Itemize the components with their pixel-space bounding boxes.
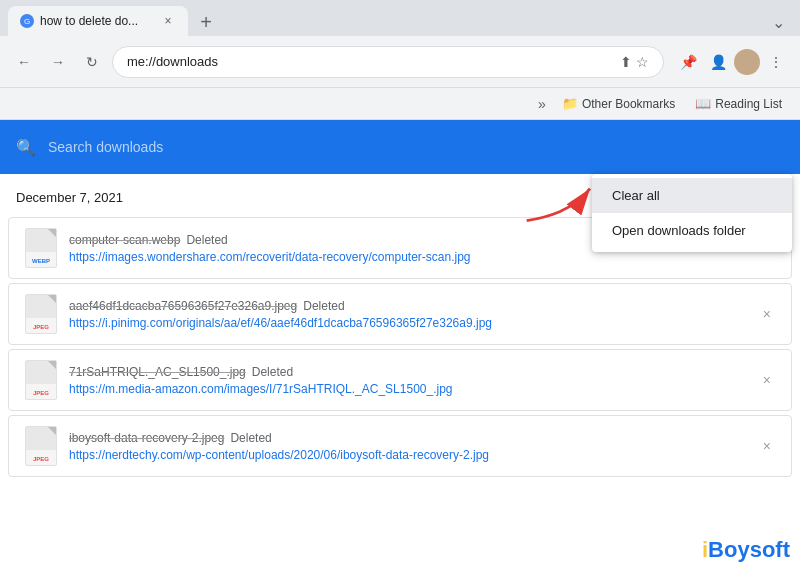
star-icon[interactable]: ☆ xyxy=(636,54,649,70)
reload-button[interactable]: ↻ xyxy=(78,48,106,76)
file-url[interactable]: https://images.wondershare.com/recoverit… xyxy=(69,250,519,264)
tab-close-button[interactable]: × xyxy=(160,13,176,29)
tab-favicon: G xyxy=(20,14,34,28)
file-icon-webp: WEBP xyxy=(25,228,57,268)
browser-frame: G how to delete do... × + ⌄ ← → ↻ me://d… xyxy=(0,0,800,573)
clear-all-menu-item[interactable]: Clear all xyxy=(592,178,792,213)
menu-icon[interactable]: ⋮ xyxy=(762,48,790,76)
file-name-row: iboysoft-data-recovery-2.jpeg Deleted xyxy=(69,431,747,445)
address-bar: ← → ↻ me://downloads ⬆ ☆ 📌 👤 ⋮ xyxy=(0,36,800,88)
file-url[interactable]: https://i.pinimg.com/originals/aa/ef/46/… xyxy=(69,316,519,330)
file-status: Deleted xyxy=(252,365,293,379)
page-content: 🔍 December 7, 2021 WEBP computer-scan.we… xyxy=(0,120,800,573)
pin-icon[interactable]: 📌 xyxy=(674,48,702,76)
search-icon: 🔍 xyxy=(16,138,36,157)
download-item: JPEG aaef46df1dcacba76596365f27e326a9.jp… xyxy=(8,283,792,345)
address-text: me://downloads xyxy=(127,54,612,69)
file-status: Deleted xyxy=(186,233,227,247)
book-icon: 📖 xyxy=(695,96,711,111)
file-name: aaef46df1dcacba76596365f27e326a9.jpeg xyxy=(69,299,297,313)
search-bar: 🔍 xyxy=(0,120,800,174)
new-tab-button[interactable]: + xyxy=(192,8,220,36)
folder-icon: 📁 xyxy=(562,96,578,111)
close-button[interactable]: × xyxy=(759,368,775,392)
bookmarks-separator: » xyxy=(538,96,546,112)
tab-bar: G how to delete do... × + ⌄ xyxy=(0,0,800,36)
address-input-container[interactable]: me://downloads ⬆ ☆ xyxy=(112,46,664,78)
file-name: iboysoft-data-recovery-2.jpeg xyxy=(69,431,224,445)
watermark-text: Boysoft xyxy=(708,537,790,562)
share-icon[interactable]: ⬆ xyxy=(620,54,632,70)
file-status: Deleted xyxy=(303,299,344,313)
avatar[interactable] xyxy=(734,49,760,75)
reading-list-label: Reading List xyxy=(715,97,782,111)
file-icon-jpeg: JPEG xyxy=(25,294,57,334)
tab-title: how to delete do... xyxy=(40,14,154,28)
file-icon-jpeg3: JPEG xyxy=(25,426,57,466)
file-status: Deleted xyxy=(230,431,271,445)
tab-menu-button[interactable]: ⌄ xyxy=(764,8,792,36)
file-name-row: aaef46df1dcacba76596365f27e326a9.jpeg De… xyxy=(69,299,747,313)
file-name-row: 71rSaHTRIQL._AC_SL1500_.jpg Deleted xyxy=(69,365,747,379)
active-tab[interactable]: G how to delete do... × xyxy=(8,6,188,36)
file-name: 71rSaHTRIQL._AC_SL1500_.jpg xyxy=(69,365,246,379)
open-folder-menu-item[interactable]: Open downloads folder xyxy=(592,213,792,248)
file-info: aaef46df1dcacba76596365f27e326a9.jpeg De… xyxy=(69,299,747,330)
file-icon-jpeg2: JPEG xyxy=(25,360,57,400)
file-info: iboysoft-data-recovery-2.jpeg Deleted ht… xyxy=(69,431,747,462)
other-bookmarks[interactable]: 📁 Other Bookmarks xyxy=(554,92,683,115)
download-item: JPEG iboysoft-data-recovery-2.jpeg Delet… xyxy=(8,415,792,477)
other-bookmarks-label: Other Bookmarks xyxy=(582,97,675,111)
address-icons: ⬆ ☆ xyxy=(620,54,649,70)
reading-list[interactable]: 📖 Reading List xyxy=(687,92,790,115)
bookmarks-bar: » 📁 Other Bookmarks 📖 Reading List xyxy=(0,88,800,120)
file-url[interactable]: https://nerdtechy.com/wp-content/uploads… xyxy=(69,448,519,462)
back-button[interactable]: ← xyxy=(10,48,38,76)
close-button[interactable]: × xyxy=(759,302,775,326)
profile-icon[interactable]: 👤 xyxy=(704,48,732,76)
watermark: iBoysoft xyxy=(702,537,790,563)
file-name: computer-scan.webp xyxy=(69,233,180,247)
file-info: 71rSaHTRIQL._AC_SL1500_.jpg Deleted http… xyxy=(69,365,747,396)
search-input[interactable] xyxy=(48,139,784,155)
close-button[interactable]: × xyxy=(759,434,775,458)
toolbar-icons: 📌 👤 ⋮ xyxy=(674,48,790,76)
forward-button[interactable]: → xyxy=(44,48,72,76)
download-item: JPEG 71rSaHTRIQL._AC_SL1500_.jpg Deleted… xyxy=(8,349,792,411)
dropdown-menu: Clear all Open downloads folder xyxy=(592,174,792,252)
file-url[interactable]: https://m.media-amazon.com/images/I/71rS… xyxy=(69,382,519,396)
